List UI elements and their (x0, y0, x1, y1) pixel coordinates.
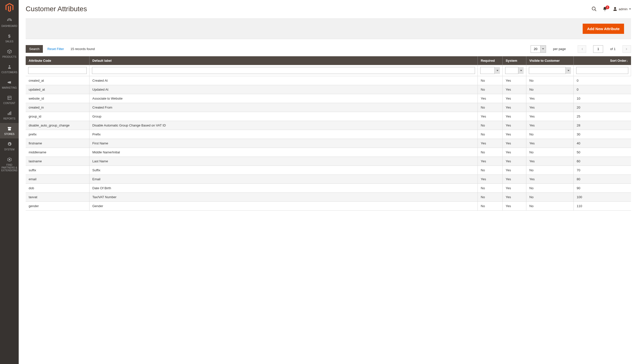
table-row[interactable]: group_idGroupYesYesYes25 (26, 112, 631, 121)
action-bar: Add New Attribute (26, 18, 631, 39)
nav-content[interactable]: CONTENT (0, 92, 19, 108)
cell-visible: Yes (526, 94, 574, 103)
cell-code: gender (26, 202, 89, 211)
add-new-attribute-button[interactable]: Add New Attribute (583, 24, 624, 34)
per-page-input[interactable] (531, 45, 541, 53)
cell-required: No (478, 130, 503, 139)
nav-sales[interactable]: $ SALES (0, 30, 19, 46)
cell-sort: 80 (574, 175, 631, 184)
column-header-visible[interactable]: Visible to Customer (526, 56, 574, 65)
page-number-input[interactable] (593, 45, 603, 53)
cell-label: Updated At (89, 85, 478, 94)
filter-system-select[interactable] (505, 67, 524, 74)
prev-page-button[interactable] (578, 45, 586, 53)
table-row[interactable]: updated_atUpdated AtNoYesNo0 (26, 85, 631, 94)
filter-sort-input[interactable] (576, 67, 628, 74)
table-row[interactable]: disable_auto_group_changeDisable Automat… (26, 121, 631, 130)
table-row[interactable]: suffixSuffixNoYesNo70 (26, 166, 631, 175)
cell-system: Yes (503, 139, 526, 148)
nav-label: CONTENT (3, 102, 15, 104)
column-header-code[interactable]: Attribute Code (26, 56, 89, 65)
cell-code: website_id (26, 94, 89, 103)
cell-label: First Name (89, 139, 478, 148)
cell-sort: 100 (574, 193, 631, 202)
cell-system: Yes (503, 175, 526, 184)
nav-stores[interactable]: STORES (0, 123, 19, 138)
cell-visible: No (526, 76, 574, 85)
cell-sort: 10 (574, 94, 631, 103)
cell-system: Yes (503, 130, 526, 139)
nav-label: MARKETING (2, 86, 17, 89)
cell-required: No (478, 76, 503, 85)
cell-label: Gender (89, 202, 478, 211)
per-page-dropdown[interactable] (541, 45, 546, 53)
svg-point-12 (614, 7, 616, 9)
nav-label: STORES (4, 133, 15, 136)
reset-filter-link[interactable]: Reset Filter (47, 47, 64, 51)
cell-visible: Yes (526, 121, 574, 130)
chevron-down-icon (629, 8, 631, 10)
nav-products[interactable]: PRODUCTS (0, 46, 19, 61)
svg-rect-8 (10, 112, 11, 115)
column-header-required[interactable]: Required (478, 56, 503, 65)
notifications-button[interactable]: 3 (602, 6, 607, 12)
filter-required-select[interactable] (480, 67, 500, 74)
cell-visible: No (526, 130, 574, 139)
search-button[interactable] (591, 6, 597, 12)
table-row[interactable]: created_atCreated AtNoYesNo0 (26, 76, 631, 85)
table-row[interactable]: created_inCreated FromNoYesYes20 (26, 103, 631, 112)
search-button[interactable]: Search (26, 45, 43, 53)
store-icon (7, 126, 12, 132)
nav-dashboard[interactable]: DASHBOARD (0, 15, 19, 30)
cube-icon (7, 49, 12, 54)
nav-customers[interactable]: CUSTOMERS (0, 61, 19, 77)
filter-label-input[interactable] (92, 67, 475, 74)
cell-sort: 70 (574, 166, 631, 175)
cell-visible: Yes (526, 139, 574, 148)
next-page-button[interactable] (622, 45, 631, 53)
nav-label: DASHBOARD (2, 25, 17, 28)
cell-sort: 90 (574, 184, 631, 193)
cell-required: Yes (478, 94, 503, 103)
cell-system: Yes (503, 202, 526, 211)
nav-partners[interactable]: FIND PARTNERS & EXTENSIONS (0, 154, 19, 175)
filter-visible-select[interactable] (529, 67, 571, 74)
cell-code: prefix (26, 130, 89, 139)
cell-system: Yes (503, 76, 526, 85)
magento-logo-icon (6, 3, 14, 12)
table-row[interactable]: taxvatTax/VAT NumberNoYesNo100 (26, 193, 631, 202)
column-header-system[interactable]: System (503, 56, 526, 65)
table-row[interactable]: website_idAssociate to WebsiteYesYesYes1… (26, 94, 631, 103)
column-header-sort[interactable]: Sort Order↓ (574, 56, 631, 65)
cell-system: Yes (503, 121, 526, 130)
nav-marketing[interactable]: MARKETING (0, 77, 19, 92)
user-menu[interactable]: admin (613, 7, 631, 11)
cell-label: Associate to Website (89, 94, 478, 103)
table-row[interactable]: middlenameMiddle Name/InitialNoYesNo50 (26, 148, 631, 157)
cell-label: Created At (89, 76, 478, 85)
table-row[interactable]: emailEmailYesYesYes80 (26, 175, 631, 184)
column-header-label[interactable]: Default label (89, 56, 478, 65)
cell-label: Created From (89, 103, 478, 112)
cell-sort: 0 (574, 85, 631, 94)
table-row[interactable]: lastnameLast NameYesYesYes60 (26, 157, 631, 166)
cell-system: Yes (503, 193, 526, 202)
table-row[interactable]: firstnameFirst NameYesYesYes40 (26, 139, 631, 148)
table-row[interactable]: dobDate Of BirthNoYesNo90 (26, 184, 631, 193)
cell-label: Prefix (89, 130, 478, 139)
megaphone-icon (7, 80, 12, 85)
cell-code: firstname (26, 139, 89, 148)
dollar-icon: $ (7, 33, 12, 39)
nav-reports[interactable]: REPORTS (0, 108, 19, 123)
cell-sort: 30 (574, 130, 631, 139)
table-row[interactable]: prefixPrefixNoYesNo30 (26, 130, 631, 139)
magento-logo[interactable] (0, 0, 19, 15)
table-row[interactable]: genderGenderNoYesNo110 (26, 202, 631, 211)
nav-system[interactable]: SYSTEM (0, 138, 19, 154)
cell-required: Yes (478, 157, 503, 166)
filter-code-input[interactable] (28, 67, 87, 74)
nav-label: FIND PARTNERS & EXTENSIONS (1, 164, 18, 172)
cell-label: Email (89, 175, 478, 184)
cell-code: middlename (26, 148, 89, 157)
chevron-left-icon (581, 48, 583, 50)
